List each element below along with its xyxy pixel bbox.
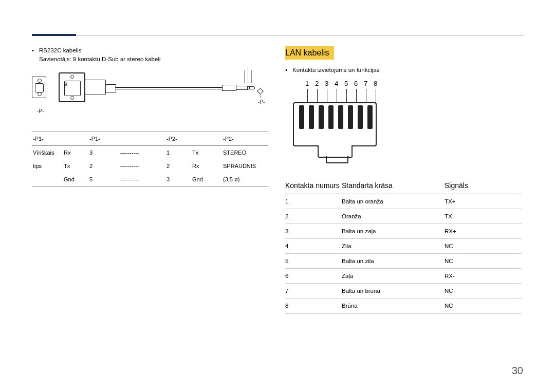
rj45-lead-line bbox=[356, 89, 357, 103]
table-cell: 7 bbox=[285, 284, 342, 298]
table-cell: RX+ bbox=[445, 224, 522, 239]
rj45-contact-icon bbox=[358, 105, 363, 129]
rj45-lead-line bbox=[346, 89, 347, 103]
rj45-body-icon bbox=[293, 102, 377, 146]
table-row: tipsTx2----------2RxSPRAUDNIS bbox=[32, 159, 268, 173]
table-cell: TX+ bbox=[445, 194, 522, 209]
rj45-pin-number: 7 bbox=[364, 80, 367, 87]
stereo-plug-icon bbox=[222, 83, 256, 92]
table-cell: Oranža bbox=[342, 209, 445, 224]
p-label-right: -P- bbox=[258, 99, 265, 105]
rj45-contact-icon bbox=[328, 105, 334, 129]
top-border bbox=[32, 35, 523, 35]
lan-title: LAN kabelis bbox=[285, 46, 334, 60]
table-cell: NC bbox=[445, 284, 522, 298]
left-column: RS232C kabelis Savienotājs: 9 kontaktu D… bbox=[32, 46, 270, 313]
table-row: -P1- -P1- -P2- -P2- bbox=[32, 132, 268, 146]
cable-line2 bbox=[115, 89, 223, 89]
rj45-pin-number: 1 bbox=[305, 80, 309, 87]
table-cell: 8 bbox=[285, 298, 342, 313]
table-cell: 2 bbox=[285, 209, 342, 224]
table-cell: Zila bbox=[342, 239, 445, 254]
table-cell: NC bbox=[445, 298, 522, 313]
table-cell: 3 bbox=[285, 224, 342, 239]
table-row: 3Balta un zaļaRX+ bbox=[285, 224, 522, 239]
rj45-lead-line bbox=[337, 89, 337, 103]
lead-line bbox=[260, 94, 261, 98]
table-cell: Balta un zaļa bbox=[342, 224, 445, 239]
table-cell: NC bbox=[445, 254, 522, 269]
rs232-bullet: RS232C kabelis bbox=[32, 46, 270, 55]
rs232-diagram: IN -P- -P- bbox=[32, 67, 268, 126]
table-cell: Zaļa bbox=[342, 269, 445, 284]
table-row: VīrišķaisRx3----------1TxSTEREO bbox=[32, 146, 268, 160]
table-row: 5Balta un zilaNC bbox=[285, 254, 522, 269]
table-cell: TX- bbox=[445, 209, 522, 224]
rj45-pin-number: 3 bbox=[325, 80, 328, 87]
rj45-lead-line bbox=[307, 89, 308, 103]
rs232-subtext: Savienotājs: 9 kontaktu D-Sub ar stereo … bbox=[32, 56, 270, 62]
dsub-side-icon bbox=[32, 77, 46, 98]
table-row: 7Balta un brūnaNC bbox=[285, 284, 522, 298]
table-cell: Balta un brūna bbox=[342, 284, 445, 298]
lan-pinout-table: Kontakta numurs Standarta krāsa Signāls … bbox=[285, 177, 522, 313]
rj45-clip-icon bbox=[318, 145, 353, 158]
table-row: 4ZilaNC bbox=[285, 239, 522, 254]
lead-line bbox=[248, 67, 248, 83]
rj45-lead-line bbox=[376, 89, 376, 103]
table-cell: Balta un oranža bbox=[342, 194, 445, 209]
rj45-lead-line bbox=[327, 89, 327, 103]
lan-bullet: Kontaktu izvietojums un funkcijas bbox=[285, 66, 523, 74]
rj45-pin-number: 2 bbox=[315, 80, 319, 87]
rj45-pin-number: 5 bbox=[344, 80, 348, 87]
lan-table-body: 1Balta un oranžaTX+2OranžaTX-3Balta un z… bbox=[285, 194, 522, 313]
page-number: 30 bbox=[512, 365, 523, 377]
table-row: 8BrūnaNC bbox=[285, 298, 522, 313]
lead-line bbox=[251, 70, 252, 83]
rj45-contact-icon bbox=[309, 105, 314, 129]
rj45-pin-number: 8 bbox=[374, 80, 377, 87]
rj45-lead-line bbox=[317, 89, 318, 103]
rj45-pin-number: 6 bbox=[354, 80, 358, 87]
table-row: 1Balta un oranžaTX+ bbox=[285, 194, 522, 209]
table-header-row: Kontakta numurs Standarta krāsa Signāls bbox=[285, 177, 522, 194]
col-header: Signāls bbox=[445, 177, 522, 194]
p-label-left: -P- bbox=[37, 108, 44, 114]
rj45-diagram: 12345678 bbox=[293, 80, 396, 167]
hex-icon bbox=[257, 88, 264, 95]
rj45-pin-number: 4 bbox=[335, 80, 338, 87]
table-cell: RX- bbox=[445, 269, 522, 284]
cable-line bbox=[115, 87, 223, 88]
table-cell: 6 bbox=[285, 269, 342, 284]
col-header: Kontakta numurs bbox=[285, 177, 342, 194]
page-content: RS232C kabelis Savienotājs: 9 kontaktu D… bbox=[32, 26, 523, 313]
table-row: Gnd5----------3Gnd(3,5 ø) bbox=[32, 173, 268, 186]
table-cell: NC bbox=[445, 239, 522, 254]
dsub-connector-icon: IN bbox=[59, 72, 85, 102]
rj45-contact-icon bbox=[348, 105, 353, 129]
rj45-contact-icon bbox=[367, 105, 373, 129]
table-row: 2OranžaTX- bbox=[285, 209, 522, 224]
in-label: IN bbox=[64, 82, 68, 86]
right-column: LAN kabelis Kontaktu izvietojums un funk… bbox=[285, 46, 523, 313]
table-row: 6ZaļaRX- bbox=[285, 269, 522, 284]
rj45-contact-icon bbox=[299, 105, 304, 129]
col-header: Standarta krāsa bbox=[342, 177, 445, 194]
backshell-icon bbox=[85, 80, 106, 95]
table-cell: Brūna bbox=[342, 298, 445, 313]
rj45-contact-icon bbox=[338, 105, 343, 129]
table-cell: 4 bbox=[285, 239, 342, 254]
rj45-contact-icon bbox=[319, 105, 324, 129]
table-cell: 5 bbox=[285, 254, 342, 269]
table-cell: 1 bbox=[285, 194, 342, 209]
top-accent bbox=[32, 34, 76, 36]
lead-line bbox=[244, 70, 245, 83]
rs232-pinout-table: -P1- -P1- -P2- -P2- VīrišķaisRx3--------… bbox=[32, 132, 268, 186]
table-cell: Balta un zila bbox=[342, 254, 445, 269]
rj45-lead-line bbox=[366, 89, 366, 103]
